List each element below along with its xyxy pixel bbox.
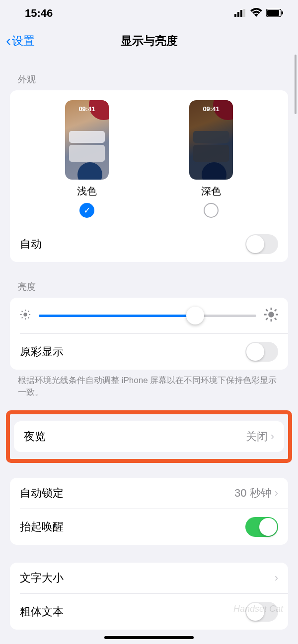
- dark-radio[interactable]: [204, 203, 219, 218]
- status-icons: [234, 7, 283, 20]
- brightness-group: 原彩显示: [10, 298, 288, 370]
- back-label: 设置: [12, 33, 35, 49]
- sun-large-icon: [264, 308, 278, 323]
- svg-line-22: [275, 318, 277, 320]
- page-title: 显示与亮度: [0, 33, 298, 49]
- svg-line-15: [28, 311, 29, 312]
- wifi-icon: [250, 7, 262, 20]
- back-button[interactable]: ‹ 设置: [6, 33, 35, 49]
- svg-line-23: [266, 318, 268, 320]
- nav-bar: ‹ 设置 显示与亮度: [0, 27, 298, 55]
- svg-line-13: [28, 318, 29, 319]
- slider-thumb[interactable]: [186, 307, 204, 324]
- chevron-right-icon: ›: [271, 430, 274, 443]
- bold-text-row[interactable]: 粗体文本: [10, 594, 288, 630]
- cellular-icon: [234, 7, 246, 20]
- night-shift-value: 关闭 ›: [246, 429, 274, 444]
- night-shift-row[interactable]: 夜览 关闭 ›: [14, 421, 284, 452]
- svg-rect-6: [282, 11, 283, 14]
- status-time: 15:46: [25, 7, 53, 20]
- brightness-slider[interactable]: [39, 315, 256, 317]
- dark-preview: 09:41: [189, 100, 233, 180]
- auto-lock-row[interactable]: 自动锁定 30 秒钟 ›: [10, 478, 288, 509]
- appearance-dark-option[interactable]: 09:41 深色: [189, 100, 233, 218]
- dark-label: 深色: [201, 185, 221, 198]
- appearance-options: 09:41 浅色 ✓ 09:41 深色: [10, 90, 288, 226]
- auto-lock-value: 30 秒钟 ›: [234, 486, 278, 501]
- svg-line-14: [22, 318, 23, 319]
- highlight-frame: 夜览 关闭 ›: [6, 410, 292, 463]
- night-shift-group: 夜览 关闭 ›: [14, 421, 284, 452]
- bold-label: 粗体文本: [20, 604, 64, 619]
- lock-group: 自动锁定 30 秒钟 › 抬起唤醒: [10, 478, 288, 545]
- svg-line-24: [275, 310, 277, 312]
- true-tone-row[interactable]: 原彩显示: [10, 334, 288, 370]
- true-tone-label: 原彩显示: [20, 344, 64, 359]
- text-size-row[interactable]: 文字大小 ›: [10, 563, 288, 593]
- auto-toggle[interactable]: [245, 234, 278, 254]
- svg-point-16: [268, 312, 274, 318]
- svg-rect-3: [243, 9, 245, 17]
- chevron-right-icon: ›: [275, 572, 278, 584]
- bold-toggle[interactable]: [245, 602, 278, 622]
- sun-small-icon: [20, 309, 31, 322]
- brightness-slider-row: [10, 298, 288, 333]
- raise-label: 抬起唤醒: [20, 519, 64, 534]
- svg-line-21: [266, 310, 268, 312]
- auto-label: 自动: [20, 237, 42, 252]
- chevron-left-icon: ‹: [6, 33, 11, 48]
- svg-rect-1: [237, 12, 239, 17]
- text-size-label: 文字大小: [20, 571, 64, 585]
- svg-line-12: [22, 311, 23, 312]
- raise-toggle[interactable]: [245, 517, 278, 537]
- svg-point-7: [23, 313, 27, 316]
- scrollbar[interactable]: [295, 55, 297, 114]
- light-preview: 09:41: [65, 100, 109, 180]
- svg-rect-5: [267, 10, 279, 16]
- true-tone-toggle[interactable]: [245, 342, 278, 362]
- appearance-light-option[interactable]: 09:41 浅色 ✓: [65, 100, 109, 218]
- true-tone-footer: 根据环境光线条件自动调整 iPhone 屏幕以在不同环境下保持色彩显示一致。: [0, 370, 298, 398]
- raise-to-wake-row[interactable]: 抬起唤醒: [10, 509, 288, 545]
- svg-rect-0: [234, 14, 236, 17]
- status-bar: 15:46: [0, 0, 298, 27]
- content: 外观 09:41 浅色 ✓ 09:41: [0, 55, 298, 644]
- battery-icon: [266, 7, 283, 20]
- auto-lock-label: 自动锁定: [20, 486, 64, 501]
- text-group: 文字大小 › 粗体文本: [10, 563, 288, 630]
- night-shift-label: 夜览: [24, 429, 46, 444]
- chevron-right-icon: ›: [275, 487, 278, 500]
- appearance-group: 09:41 浅色 ✓ 09:41 深色 自动: [10, 90, 288, 262]
- light-label: 浅色: [77, 185, 97, 198]
- home-indicator[interactable]: [104, 636, 194, 639]
- svg-rect-2: [240, 10, 242, 17]
- section-header-brightness: 亮度: [0, 262, 298, 298]
- section-header-appearance: 外观: [0, 55, 298, 90]
- auto-appearance-row[interactable]: 自动: [10, 226, 288, 262]
- light-radio[interactable]: ✓: [79, 203, 94, 218]
